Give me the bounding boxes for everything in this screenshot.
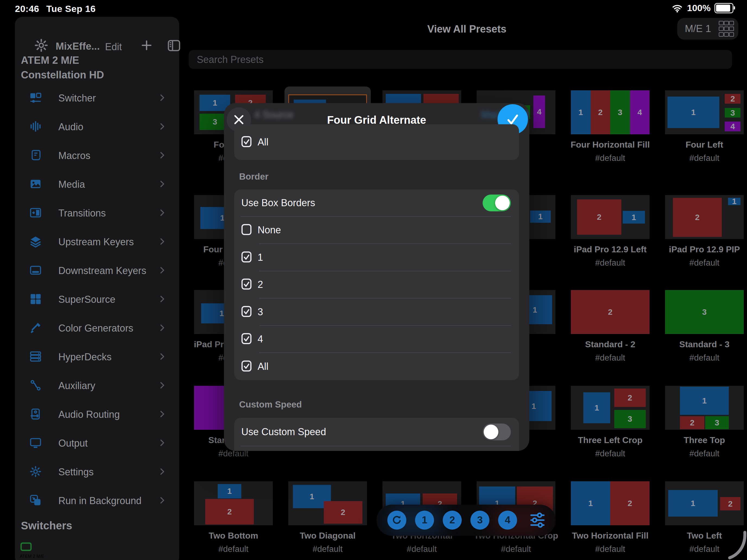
downstream-keyers-icon bbox=[29, 264, 42, 276]
checkbox-checked-icon bbox=[240, 305, 253, 318]
source-box-number: 2 bbox=[591, 90, 611, 134]
checkbox-row-4[interactable]: 4 bbox=[234, 326, 519, 353]
source-box-1: 1 bbox=[623, 211, 645, 223]
source-box-number: 2 bbox=[324, 501, 362, 524]
me-source-button-1[interactable]: 1 bbox=[415, 511, 434, 530]
preset-name: Four Horizontal Fill bbox=[560, 140, 661, 150]
chevron-right-icon bbox=[157, 438, 167, 449]
sidebar-item-run-in-background[interactable]: Run in Background bbox=[20, 486, 174, 515]
preset-card-four-horizontal-fill[interactable]: 1234Four Horizontal Fill#default bbox=[571, 90, 649, 164]
search-input[interactable] bbox=[196, 50, 713, 70]
sidebar-item-switcher[interactable]: Switcher bbox=[20, 84, 174, 113]
toggle-row-use-box-borders[interactable]: Use Box Borders bbox=[234, 189, 519, 216]
preset-thumbnail: 12 bbox=[665, 481, 744, 525]
switchers-section-heading: Switchers bbox=[21, 519, 72, 532]
sidebar-item-label: Transitions bbox=[58, 208, 106, 219]
checkbox-checked-icon bbox=[240, 332, 253, 345]
chevron-right-icon bbox=[157, 93, 167, 102]
preset-name: Three Left Crop bbox=[560, 435, 661, 445]
modal-card-border: Use Box BordersNone1234All bbox=[234, 189, 519, 380]
checkbox-row-all[interactable]: All bbox=[234, 124, 519, 160]
plus-icon bbox=[140, 38, 153, 52]
me-source-button-4[interactable]: 4 bbox=[498, 511, 517, 530]
audio-icon bbox=[29, 120, 42, 133]
source-box-number: 2 bbox=[680, 416, 704, 429]
sidebar-item-downstream-keyers[interactable]: Downstream Keyers bbox=[20, 257, 174, 285]
source-box-3: 3 bbox=[665, 290, 744, 334]
sidebar-item-label: Output bbox=[58, 437, 88, 449]
sidebar-item-settings[interactable]: Settings bbox=[20, 458, 174, 486]
run-in-background-icon bbox=[29, 494, 42, 507]
source-box-2: 2 bbox=[610, 481, 649, 525]
sidebar-item-output[interactable]: Output bbox=[20, 429, 174, 458]
device-heading: ATEM 2 M/E Constellation HD bbox=[21, 53, 104, 82]
source-box-number: 1 bbox=[530, 211, 550, 223]
sidebar-item-color-generators[interactable]: Color Generators bbox=[20, 314, 174, 343]
sidebar-item-macros[interactable]: Macros bbox=[20, 141, 174, 170]
preset-thumbnail: 2 bbox=[571, 290, 649, 334]
sidebar-item-label: Downstream Keyers bbox=[58, 265, 146, 276]
preset-card-two-horizontal-fill[interactable]: 12Two Horizontal Fill#default bbox=[571, 481, 649, 555]
sidebar-item-label: Settings bbox=[58, 466, 94, 478]
preset-thumbnail: 12 bbox=[194, 481, 273, 525]
sidebar-item-supersource[interactable]: SuperSource bbox=[20, 285, 174, 314]
checkbox-checked-icon bbox=[240, 360, 253, 372]
sidebar-item-audio-routing[interactable]: Audio Routing bbox=[20, 400, 174, 429]
search-bar[interactable] bbox=[189, 50, 732, 69]
preset-card-ipad-pro-12-9-left[interactable]: 21iPad Pro 12.9 Left#default bbox=[571, 195, 649, 268]
refresh-button[interactable] bbox=[387, 511, 406, 530]
me-source-button-3[interactable]: 3 bbox=[470, 511, 489, 530]
preset-name: Two Diagonal bbox=[277, 531, 378, 541]
checkbox-row-1[interactable]: 1 bbox=[234, 244, 519, 271]
adjust-sliders-button[interactable] bbox=[529, 512, 546, 530]
source-box-number: 2 bbox=[614, 389, 646, 407]
toggle-knob bbox=[484, 425, 498, 439]
audio-routing-icon bbox=[29, 408, 42, 420]
checkbox-unchecked-icon bbox=[240, 223, 253, 236]
preset-card-four-left[interactable]: 1234Four Left#default bbox=[665, 90, 744, 164]
checkbox-row-3[interactable]: 3 bbox=[234, 298, 519, 326]
source-box-number: 1 bbox=[623, 211, 645, 223]
checkbox-row-all[interactable]: All bbox=[234, 353, 519, 380]
preset-thumbnail: 1234 bbox=[665, 90, 744, 134]
preset-card-two-diagonal[interactable]: 12Two Diagonal#default bbox=[288, 481, 367, 555]
preset-card-three-top[interactable]: 123Three Top#default bbox=[665, 386, 744, 459]
sidebar-item-transitions[interactable]: Transitions bbox=[20, 199, 174, 228]
toggle-on[interactable] bbox=[483, 194, 511, 211]
sidebar-item-hyperdecks[interactable]: HyperDecks bbox=[20, 343, 174, 371]
preset-name: Standard - 2 bbox=[560, 340, 661, 349]
sidebar-item-label: Run in Background bbox=[58, 495, 141, 507]
source-box-3: 3 bbox=[725, 108, 741, 118]
sidebar-item-upstream-keyers[interactable]: Upstream Keyers bbox=[20, 228, 174, 257]
preset-card-standard-2[interactable]: 2Standard - 2#default bbox=[571, 290, 649, 363]
sidebar-item-auxiliary[interactable]: Auxiliary bbox=[20, 371, 174, 400]
switcher-device-item[interactable]: ATEM 2 M/E bbox=[20, 540, 174, 560]
preset-card-standard-3[interactable]: 3Standard - 3#default bbox=[665, 290, 744, 363]
checkbox-row-2[interactable]: 2 bbox=[234, 271, 519, 298]
preset-card-two-bottom[interactable]: 12Two Bottom#default bbox=[194, 481, 273, 555]
chevron-right-icon bbox=[157, 179, 167, 190]
preset-card-three-left-crop[interactable]: 123Three Left Crop#default bbox=[571, 386, 649, 459]
me-selector-button[interactable]: M/E 1 bbox=[677, 18, 738, 39]
add-button[interactable] bbox=[140, 38, 153, 53]
me-source-button-2[interactable]: 2 bbox=[443, 511, 462, 530]
source-box-2: 2 bbox=[591, 90, 611, 134]
sidebar-item-media[interactable]: Media bbox=[20, 170, 174, 199]
edit-button[interactable]: Edit bbox=[105, 41, 122, 53]
toggle-off[interactable] bbox=[483, 424, 511, 441]
preset-thumbnail: 1234 bbox=[571, 90, 649, 134]
sidebar-toggle-icon[interactable] bbox=[167, 38, 181, 54]
preset-card-ipad-pro-12-9-pip[interactable]: 21iPad Pro 12.9 PIP#default bbox=[665, 195, 744, 268]
sidebar: MixEffe... Edit ATEM 2 M/E Constellation… bbox=[15, 17, 179, 560]
checkbox-row-none[interactable]: None bbox=[234, 216, 519, 244]
source-box-number: 1 bbox=[218, 484, 241, 499]
source-box-4: 4 bbox=[630, 90, 650, 134]
source-box-2: 2 bbox=[324, 501, 362, 524]
sidebar-item-audio[interactable]: Audio bbox=[20, 113, 174, 141]
source-box-number: 1 bbox=[667, 97, 719, 128]
preset-thumbnail: 123 bbox=[571, 386, 649, 430]
source-box-number: 3 bbox=[705, 416, 729, 429]
source-box-number: 2 bbox=[610, 481, 649, 525]
source-box-2: 2 bbox=[205, 499, 254, 525]
toggle-row-use-custom-speed[interactable]: Use Custom Speed bbox=[234, 418, 519, 446]
